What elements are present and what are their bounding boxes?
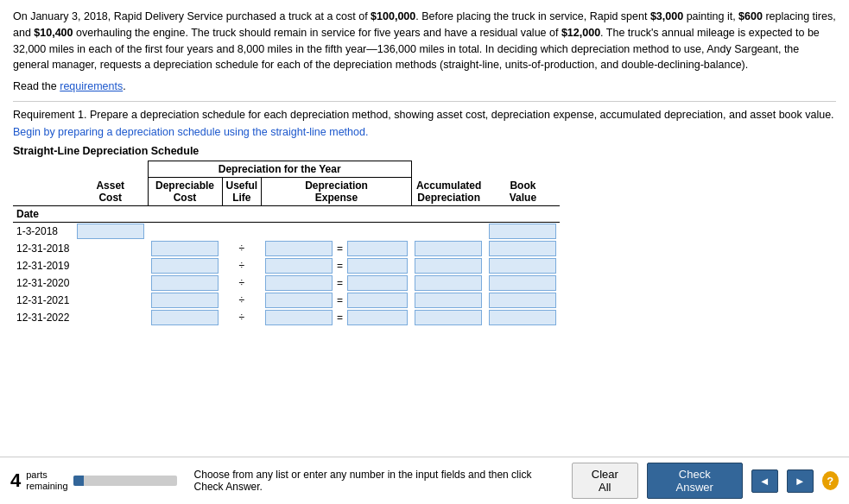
acc-dep-input-6[interactable]: [415, 310, 482, 325]
dep-cost-cell: [148, 274, 222, 292]
asset-cost-cell: [73, 223, 148, 241]
schedule-container: AssetCost Depreciation for the Year Accu…: [13, 161, 560, 326]
book-value-cell: [485, 274, 560, 292]
book-value-cell: [485, 309, 560, 326]
acc-dep-cell: [411, 223, 485, 241]
book-value-cell: [485, 240, 560, 257]
acc-dep-cell: [411, 292, 485, 309]
requirements-link[interactable]: requirements: [60, 80, 123, 92]
useful-life-cell: =: [262, 309, 412, 326]
table-row: 12-31-2021 ÷ =: [13, 292, 560, 309]
book-value-input-6[interactable]: [489, 310, 556, 325]
dep-cost-input-3[interactable]: [151, 258, 219, 274]
depreciation-table: AssetCost Depreciation for the Year Accu…: [13, 161, 560, 326]
acc-dep-input-4[interactable]: [415, 275, 482, 291]
dep-cost-input-5[interactable]: [151, 293, 219, 308]
asset-cost-cell: [73, 240, 148, 257]
nav-prev-button[interactable]: ◄: [751, 469, 778, 493]
useful-life-input-3[interactable]: [265, 258, 333, 274]
useful-life-input-2[interactable]: [265, 241, 333, 256]
schedule-title: Straight-Line Depreciation Schedule: [13, 145, 836, 157]
date-cell: 12-31-2021: [13, 292, 73, 309]
dep-expense-cell: [262, 223, 412, 241]
req-text: Prepare a depreciation schedule for each…: [86, 109, 833, 121]
operator-div: ÷: [222, 240, 262, 257]
date-cell: 12-31-2022: [13, 309, 73, 326]
table-row: 12-31-2020 ÷ =: [13, 274, 560, 292]
book-value-input-1[interactable]: [489, 224, 556, 239]
acc-dep-input-2[interactable]: [415, 241, 482, 256]
asset-cost-cell: [73, 309, 148, 326]
acc-dep-cell: [411, 274, 485, 292]
parts-number: 4: [10, 469, 21, 492]
book-value-input-2[interactable]: [489, 241, 556, 256]
parts-info: 4 parts remaining: [10, 469, 177, 492]
dep-cost-cell: [148, 257, 222, 274]
book-value-input-3[interactable]: [489, 258, 556, 274]
check-answer-button[interactable]: Check Answer: [647, 463, 743, 499]
useful-life-input-5[interactable]: [265, 293, 333, 308]
date-cell: 12-31-2020: [13, 274, 73, 292]
dep-year-header: Depreciation for the Year: [148, 161, 411, 178]
dep-cost-cell: [148, 309, 222, 326]
dep-cost-cell: [148, 223, 222, 241]
table-row: 12-31-2018 ÷ =: [13, 240, 560, 257]
acc-dep-cell: [411, 257, 485, 274]
dep-expense-input-2[interactable]: [347, 241, 408, 256]
table-row: 1-3-2018: [13, 223, 560, 241]
intro-paragraph: On January 3, 2018, Rapid Delivery Servi…: [13, 9, 836, 73]
acc-dep-input-5[interactable]: [415, 293, 482, 308]
dep-expense-input-6[interactable]: [347, 310, 408, 325]
useful-life-cell: [222, 223, 262, 241]
req-label: Requirement 1.: [13, 109, 86, 121]
parts-label: parts remaining: [26, 469, 67, 492]
acc-dep-cell: [411, 240, 485, 257]
dep-cost-cell: [148, 292, 222, 309]
book-value-cell: [485, 223, 560, 241]
help-icon[interactable]: ?: [822, 471, 839, 490]
operator-div: ÷: [222, 257, 262, 274]
dep-cost-input-6[interactable]: [151, 310, 219, 325]
book-value-input-5[interactable]: [489, 293, 556, 308]
table-row: 12-31-2019 ÷ =: [13, 257, 560, 274]
useful-life-input-6[interactable]: [265, 310, 333, 325]
operator-div: ÷: [222, 292, 262, 309]
useful-life-cell: =: [262, 257, 412, 274]
dep-cost-input-2[interactable]: [151, 241, 219, 256]
asset-cost-cell: [73, 292, 148, 309]
date-cell: 12-31-2019: [13, 257, 73, 274]
asset-cost-input-1[interactable]: [77, 224, 144, 239]
bottom-bar: 4 parts remaining Choose from any list o…: [0, 457, 849, 504]
method-link: straight-line method: [270, 126, 365, 138]
date-cell: 1-3-2018: [13, 223, 73, 241]
clear-all-button[interactable]: Clear All: [572, 463, 638, 499]
requirement-heading: Requirement 1. Prepare a depreciation sc…: [13, 109, 836, 121]
progress-bar-fill: [73, 476, 84, 486]
read-requirements: Read the requirements.: [13, 80, 836, 92]
nav-next-button[interactable]: ►: [787, 469, 814, 493]
divider: [13, 101, 836, 102]
useful-life-cell: =: [262, 240, 412, 257]
sub-heading: Begin by preparing a depreciation schedu…: [13, 126, 836, 138]
dep-cost-input-4[interactable]: [151, 275, 219, 291]
dep-expense-input-5[interactable]: [347, 293, 408, 308]
useful-life-cell: =: [262, 292, 412, 309]
acc-dep-cell: [411, 309, 485, 326]
useful-life-input-4[interactable]: [265, 275, 333, 291]
useful-life-cell: =: [262, 274, 412, 292]
operator-div: ÷: [222, 309, 262, 326]
dep-cost-cell: [148, 240, 222, 257]
acc-dep-input-3[interactable]: [415, 258, 482, 274]
table-row: 12-31-2022 ÷ =: [13, 309, 560, 326]
dep-expense-input-3[interactable]: [347, 258, 408, 274]
dep-expense-input-4[interactable]: [347, 275, 408, 291]
book-value-cell: [485, 257, 560, 274]
progress-bar-container: [73, 476, 177, 486]
operator-div: ÷: [222, 274, 262, 292]
book-value-cell: [485, 292, 560, 309]
bottom-instruction: Choose from any list or enter any number…: [194, 469, 554, 493]
asset-cost-cell: [73, 274, 148, 292]
asset-cost-cell: [73, 257, 148, 274]
book-value-input-4[interactable]: [489, 275, 556, 291]
date-cell: 12-31-2018: [13, 240, 73, 257]
